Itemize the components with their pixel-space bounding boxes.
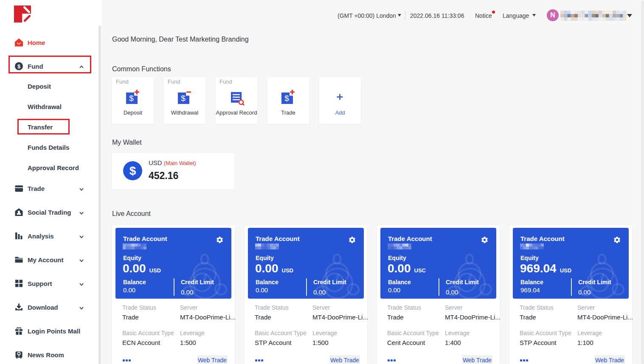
- svg-text:$: $: [284, 94, 289, 103]
- svg-text:$: $: [129, 94, 134, 103]
- svg-text:$: $: [181, 94, 186, 103]
